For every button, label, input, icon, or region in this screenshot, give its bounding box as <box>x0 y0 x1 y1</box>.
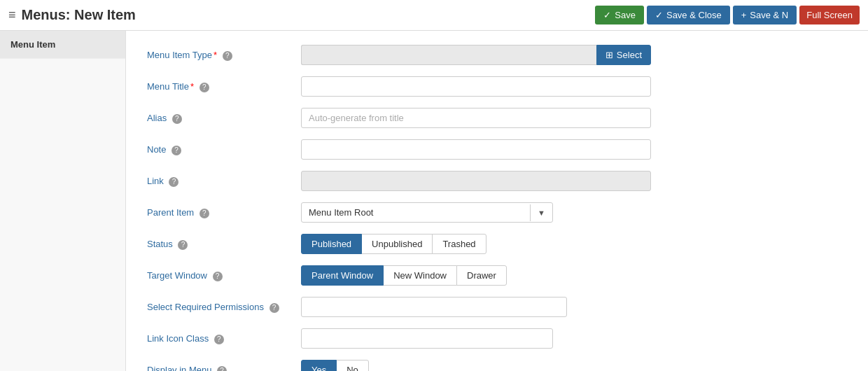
sidebar: Menu Item <box>0 31 126 371</box>
help-icon-display-in-menu[interactable]: ? <box>217 366 227 372</box>
required-star-title: * <box>190 81 194 92</box>
menu-item-type-select-button[interactable]: ⊞ Select <box>596 45 651 65</box>
status-published-button[interactable]: Published <box>301 234 362 254</box>
save-new-button[interactable]: + Save & N <box>733 6 797 24</box>
label-parent-item: Parent Item ? <box>147 202 301 218</box>
save-close-button[interactable]: ✓ Save & Close <box>647 6 730 24</box>
label-alias: Alias ? <box>147 108 301 124</box>
target-window-parent-button[interactable]: Parent Window <box>301 265 384 286</box>
menu-item-type-input <box>301 45 596 65</box>
field-status: Status ? Published Unpublished Trashed <box>147 234 847 254</box>
menu-item-type-input-group: ⊞ Select <box>301 45 651 65</box>
field-menu-title: Menu Title* ? <box>147 76 847 97</box>
link-icon-class-input[interactable] <box>301 328 553 349</box>
status-trashed-button[interactable]: Trashed <box>432 234 486 254</box>
top-bar: ≡ Menus: New Item ✓ Save ✓ Save & Close … <box>0 0 868 31</box>
permissions-input[interactable] <box>301 297 567 317</box>
target-window-drawer-button[interactable]: Drawer <box>456 265 507 286</box>
page-title: ≡ Menus: New Item <box>8 7 136 23</box>
menu-icon: ≡ <box>8 8 16 22</box>
help-icon-menu-title[interactable]: ? <box>200 83 209 92</box>
help-icon-alias[interactable]: ? <box>172 114 182 124</box>
help-icon-menu-item-type[interactable]: ? <box>223 51 232 61</box>
label-menu-item-type: Menu Item Type* ? <box>147 45 301 61</box>
sidebar-item-menu-item[interactable]: Menu Item <box>0 31 125 59</box>
label-display-in-menu: Display in Menu ? <box>147 360 301 371</box>
field-note: Note ? <box>147 139 847 160</box>
help-icon-link-icon-class[interactable]: ? <box>214 335 224 344</box>
toolbar: ✓ Save ✓ Save & Close + Save & N Full Sc… <box>595 6 860 24</box>
alias-input[interactable] <box>301 108 651 128</box>
target-window-new-button[interactable]: New Window <box>383 265 457 286</box>
status-unpublished-button[interactable]: Unpublished <box>361 234 433 254</box>
help-icon-link[interactable]: ? <box>169 177 178 187</box>
grid-icon: ⊞ <box>606 50 613 60</box>
main-layout: Menu Item Menu Item Type* ? ⊞ Select <box>0 31 868 371</box>
field-alias: Alias ? <box>147 108 847 128</box>
field-display-in-menu: Display in Menu ? Yes No <box>147 360 847 371</box>
help-icon-permissions[interactable]: ? <box>270 303 279 313</box>
note-input[interactable] <box>301 139 651 160</box>
field-link: Link ? <box>147 171 847 191</box>
link-input <box>301 171 651 191</box>
field-permissions: Select Required Permissions ? <box>147 297 847 317</box>
label-status: Status ? <box>147 234 301 250</box>
chevron-down-icon[interactable]: ▼ <box>530 204 552 221</box>
status-btn-group: Published Unpublished Trashed <box>301 234 486 254</box>
help-icon-target-window[interactable]: ? <box>213 272 223 281</box>
label-link-icon-class: Link Icon Class ? <box>147 328 301 344</box>
label-menu-title: Menu Title* ? <box>147 76 301 92</box>
field-parent-item: Parent Item ? Menu Item Root ▼ <box>147 202 847 223</box>
field-link-icon-class: Link Icon Class ? <box>147 328 847 349</box>
help-icon-status[interactable]: ? <box>178 240 188 250</box>
required-star: * <box>214 50 217 60</box>
label-target-window: Target Window ? <box>147 265 301 281</box>
menu-title-input[interactable] <box>301 76 651 97</box>
help-icon-note[interactable]: ? <box>172 146 181 155</box>
help-icon-parent-item[interactable]: ? <box>200 209 209 218</box>
label-note: Note ? <box>147 139 301 155</box>
display-in-menu-no-button[interactable]: No <box>336 360 369 371</box>
field-menu-item-type: Menu Item Type* ? ⊞ Select <box>147 45 847 65</box>
display-in-menu-yes-button[interactable]: Yes <box>301 360 337 371</box>
label-link: Link ? <box>147 171 301 187</box>
display-in-menu-btn-group: Yes No <box>301 360 369 371</box>
page-title-text: Menus: New Item <box>22 7 136 23</box>
parent-item-value: Menu Item Root <box>302 203 530 222</box>
fullscreen-button[interactable]: Full Screen <box>799 6 860 24</box>
label-permissions: Select Required Permissions ? <box>147 297 301 313</box>
save-close-check-icon: ✓ <box>655 10 663 20</box>
save-check-icon: ✓ <box>603 10 611 20</box>
main-content: Menu Item Type* ? ⊞ Select Menu Title* ? <box>126 31 868 371</box>
save-button[interactable]: ✓ Save <box>595 6 644 24</box>
parent-item-dropdown[interactable]: Menu Item Root ▼ <box>301 202 553 223</box>
save-new-plus-icon: + <box>741 10 747 20</box>
field-target-window: Target Window ? Parent Window New Window… <box>147 265 847 286</box>
target-window-btn-group: Parent Window New Window Drawer <box>301 265 507 286</box>
